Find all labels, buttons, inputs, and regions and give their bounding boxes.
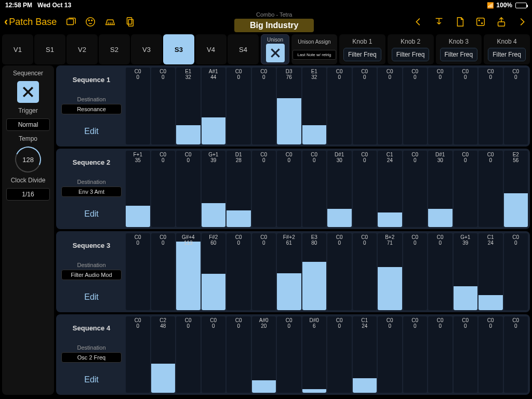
step-11[interactable]: B+271: [378, 233, 402, 310]
step-8[interactable]: E380: [302, 233, 327, 310]
step-7[interactable]: C00: [277, 316, 301, 393]
step-7[interactable]: D376: [277, 68, 301, 144]
step-5[interactable]: C00: [227, 316, 251, 393]
prev-patch-icon[interactable]: [413, 16, 424, 28]
step-13[interactable]: C00: [428, 68, 453, 144]
tab-s2[interactable]: S2: [99, 34, 130, 64]
step-1[interactable]: C00: [126, 68, 150, 144]
step-7[interactable]: F#+261: [277, 233, 301, 310]
step-4[interactable]: F#260: [202, 233, 226, 310]
step-15[interactable]: C00: [478, 68, 503, 144]
step-5[interactable]: C00: [227, 233, 251, 310]
step-10[interactable]: C00: [353, 233, 377, 310]
sequencer-toggle[interactable]: [17, 81, 39, 103]
destination-field[interactable]: Osc 2 Freq: [61, 352, 122, 363]
step-16[interactable]: E256: [504, 151, 528, 228]
destination-field[interactable]: Filter Audio Mod: [61, 270, 122, 280]
step-4[interactable]: C00: [202, 316, 226, 393]
share-icon[interactable]: [496, 16, 507, 28]
step-3[interactable]: C00: [176, 151, 201, 228]
unison-assign[interactable]: Unison Assign Last Note w/ retrig: [291, 34, 337, 64]
unison-toggle[interactable]: Unison: [261, 34, 289, 64]
step-1[interactable]: C00: [126, 233, 150, 310]
tab-s1[interactable]: S1: [34, 34, 65, 64]
step-16[interactable]: C00: [504, 316, 528, 393]
step-1[interactable]: C00: [126, 316, 150, 393]
step-8[interactable]: C00: [302, 151, 327, 228]
step-12[interactable]: C00: [403, 151, 428, 228]
edit-button[interactable]: Edit: [84, 292, 99, 302]
step-12[interactable]: C00: [403, 233, 428, 310]
step-14[interactable]: C00: [454, 68, 478, 144]
step-1[interactable]: F+135: [126, 151, 150, 228]
step-11[interactable]: C124: [378, 151, 402, 228]
step-3[interactable]: G#+4113: [176, 233, 201, 310]
docs-icon[interactable]: [124, 16, 136, 28]
step-2[interactable]: C00: [151, 68, 176, 144]
step-16[interactable]: C00: [504, 68, 528, 144]
step-4[interactable]: A#144: [202, 68, 226, 144]
next-patch-icon[interactable]: [516, 16, 528, 28]
step-15[interactable]: C00: [478, 151, 503, 228]
edit-button[interactable]: Edit: [84, 127, 99, 136]
step-8[interactable]: D#06: [302, 316, 327, 393]
step-14[interactable]: C00: [454, 151, 478, 228]
step-15[interactable]: C124: [478, 233, 503, 310]
piano-icon[interactable]: [104, 16, 116, 28]
back-button[interactable]: ‹ Patch Base: [4, 16, 57, 28]
dice-icon[interactable]: [475, 16, 486, 28]
step-12[interactable]: C00: [403, 316, 428, 393]
step-6[interactable]: C00: [252, 233, 276, 310]
step-10[interactable]: C124: [353, 316, 377, 393]
trigger-field[interactable]: Normal: [6, 118, 50, 131]
knob-value-button[interactable]: Filter Freq: [343, 48, 381, 61]
step-14[interactable]: C00: [454, 316, 478, 393]
step-2[interactable]: C00: [151, 151, 176, 228]
tab-v1[interactable]: V1: [2, 34, 33, 64]
step-11[interactable]: C00: [378, 316, 402, 393]
palette-icon[interactable]: [85, 16, 96, 28]
step-13[interactable]: D#130: [428, 151, 453, 228]
destination-field[interactable]: Resonance: [61, 104, 122, 114]
step-9[interactable]: D#130: [327, 151, 352, 228]
step-8[interactable]: E132: [302, 68, 327, 144]
new-doc-icon[interactable]: [454, 16, 466, 28]
step-14[interactable]: G+139: [454, 233, 478, 310]
step-10[interactable]: C00: [353, 151, 377, 228]
step-9[interactable]: C00: [327, 233, 352, 310]
step-10[interactable]: C00: [353, 68, 377, 144]
step-9[interactable]: C00: [327, 68, 352, 144]
step-3[interactable]: E132: [176, 68, 201, 144]
destination-field[interactable]: Env 3 Amt: [61, 187, 122, 197]
step-13[interactable]: C00: [428, 233, 453, 310]
knob-value-button[interactable]: Filter Freq: [488, 48, 526, 61]
patch-name[interactable]: Big Industry: [234, 19, 314, 32]
tempo-knob[interactable]: 128: [11, 143, 45, 176]
tab-v4[interactable]: V4: [195, 34, 227, 64]
edit-button[interactable]: Edit: [84, 209, 99, 219]
step-6[interactable]: C00: [252, 68, 276, 144]
step-13[interactable]: C00: [428, 316, 453, 393]
windows-icon[interactable]: [65, 16, 76, 28]
clock-divide-field[interactable]: 1/16: [6, 188, 50, 201]
knob-value-button[interactable]: Filter Freq: [440, 48, 478, 61]
step-2[interactable]: C00: [151, 233, 176, 310]
download-icon[interactable]: [433, 16, 445, 28]
tab-s3[interactable]: S3: [163, 34, 194, 64]
step-7[interactable]: C00: [277, 151, 301, 228]
tab-v3[interactable]: V3: [131, 34, 162, 64]
step-11[interactable]: C00: [378, 68, 402, 144]
step-6[interactable]: A#020: [252, 316, 276, 393]
step-16[interactable]: C00: [504, 233, 528, 310]
tab-s4[interactable]: S4: [228, 34, 259, 64]
step-12[interactable]: C00: [403, 68, 428, 144]
edit-button[interactable]: Edit: [84, 375, 99, 384]
step-9[interactable]: C00: [327, 316, 352, 393]
step-4[interactable]: G+139: [202, 151, 226, 228]
step-15[interactable]: C00: [478, 316, 503, 393]
step-5[interactable]: D128: [227, 151, 251, 228]
tab-v2[interactable]: V2: [66, 34, 98, 64]
step-5[interactable]: C00: [227, 68, 251, 144]
step-2[interactable]: C248: [151, 316, 176, 393]
knob-value-button[interactable]: Filter Freq: [392, 48, 430, 61]
